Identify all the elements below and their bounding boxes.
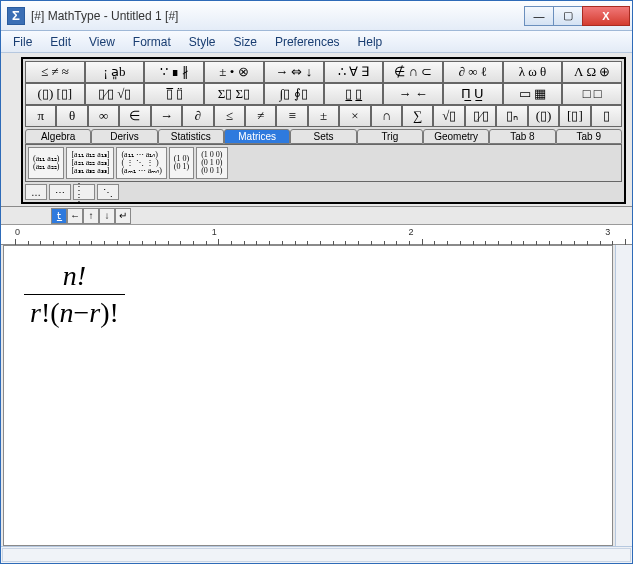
tab-geometry[interactable]: Geometry	[423, 129, 489, 144]
tab-trig[interactable]: Trig	[357, 129, 423, 144]
option-button[interactable]: t̲	[51, 208, 67, 224]
var-n: n!	[63, 260, 86, 291]
scrollbar-vertical[interactable]	[615, 245, 632, 546]
var-r2: r	[89, 297, 100, 328]
menu-size[interactable]: Size	[226, 33, 265, 51]
palette-button[interactable]: Λ Ω ⊕	[562, 61, 622, 83]
tab-statistics[interactable]: Statistics	[158, 129, 224, 144]
tab-sets[interactable]: Sets	[290, 129, 356, 144]
dots-button[interactable]: …	[25, 184, 47, 200]
palette-button[interactable]: ∉ ∩ ⊂	[383, 61, 443, 83]
palette-button[interactable]: ▭ ▦	[503, 83, 563, 105]
menu-style[interactable]: Style	[181, 33, 224, 51]
palette-button[interactable]: ∫▯ ∮▯	[264, 83, 324, 105]
palette-button[interactable]: ▯̅ ▯̈	[144, 83, 204, 105]
numerator: n!	[57, 260, 92, 294]
menu-help[interactable]: Help	[350, 33, 391, 51]
palette-button[interactable]: Π̲ U̲	[443, 83, 503, 105]
palette-row-3: πθ∞∈→∂≤≠≡±×∩∑√▯▯⁄▯▯ₙ(▯)[▯]▯	[25, 105, 622, 127]
close-button[interactable]: X	[582, 6, 630, 26]
palette-button[interactable]: (▯) [▯]	[25, 83, 85, 105]
palette-button[interactable]: (▯)	[528, 105, 559, 127]
option-button[interactable]: ↵	[115, 208, 131, 224]
dots-button[interactable]: ⋱	[97, 184, 119, 200]
option-button[interactable]: ↓	[99, 208, 115, 224]
dots-button[interactable]: ⋯	[49, 184, 71, 200]
var-n2: n	[60, 297, 74, 328]
scrollbar-horizontal[interactable]	[1, 546, 632, 563]
option-button[interactable]: ↑	[83, 208, 99, 224]
tab-tab-9[interactable]: Tab 9	[556, 129, 622, 144]
matrix-template-strip: (a₁₁ a₁₂) (a₂₁ a₂₂)[a₁₁ a₁₂ a₁₃] [a₂₁ a₂…	[25, 144, 622, 182]
palette-button[interactable]: ±	[308, 105, 339, 127]
dots-palette-row: …⋯⋮ ⋮⋱	[25, 184, 622, 200]
palette-button[interactable]: ▯⁄▯	[465, 105, 496, 127]
tab-row: AlgebraDerivsStatisticsMatricesSetsTrigG…	[25, 129, 622, 144]
matrix-template-button[interactable]: (a₁₁ ⋯ a₁ₙ) ( ⋮ ⋱ ⋮ ) (aₘ₁ ⋯ aₘₙ)	[116, 147, 166, 179]
ruler-label: 3	[605, 227, 610, 237]
matrix-template-button[interactable]: (a₁₁ a₁₂) (a₂₁ a₂₂)	[28, 147, 64, 179]
minimize-button[interactable]: —	[524, 6, 554, 26]
palette-button[interactable]: ∵ ∎ ∦	[144, 61, 204, 83]
palette-button[interactable]: ▯	[591, 105, 622, 127]
window-buttons: — ▢ X	[525, 6, 630, 26]
app-window: Σ [#] MathType - Untitled 1 [#] — ▢ X Fi…	[0, 0, 633, 564]
matrix-template-button[interactable]: [a₁₁ a₁₂ a₁₃] [a₂₁ a₂₂ a₂₃] [a₃₁ a₃₂ a₃₃…	[66, 147, 114, 179]
ruler-label: 1	[212, 227, 217, 237]
matrix-template-button[interactable]: (1 0 0) (0 1 0) (0 0 1)	[196, 147, 227, 179]
palette-row-1: ≤ ≠ ≈¡ a͈b∵ ∎ ∦± • ⊗→ ⇔ ↓∴ ∀ ∃∉ ∩ ⊂∂ ∞ ℓ…	[25, 61, 622, 83]
palette-button[interactable]: π	[25, 105, 56, 127]
menu-edit[interactable]: Edit	[42, 33, 79, 51]
menu-view[interactable]: View	[81, 33, 123, 51]
palette-button[interactable]: → ⇔ ↓	[264, 61, 324, 83]
tab-tab-8[interactable]: Tab 8	[489, 129, 555, 144]
equation-editor[interactable]: n! r!(n−r)!	[3, 245, 613, 546]
dots-button[interactable]: ⋮ ⋮	[73, 184, 95, 200]
palette-button[interactable]: ▯̲ ▯̲	[324, 83, 384, 105]
palette-button[interactable]: √▯	[433, 105, 464, 127]
palette-button[interactable]: ∑	[402, 105, 433, 127]
palette-button[interactable]: ± • ⊗	[204, 61, 264, 83]
palette-button[interactable]: ¡ a͈b	[85, 61, 145, 83]
palette-button[interactable]: ≤	[214, 105, 245, 127]
ruler[interactable]: 0123	[1, 225, 632, 245]
palette-button[interactable]: ▯ₙ	[496, 105, 527, 127]
tab-algebra[interactable]: Algebra	[25, 129, 91, 144]
palette-button[interactable]: λ ω θ	[503, 61, 563, 83]
option-button[interactable]: ←	[67, 208, 83, 224]
titlebar[interactable]: Σ [#] MathType - Untitled 1 [#] — ▢ X	[1, 1, 632, 31]
palette-button[interactable]: ≡	[276, 105, 307, 127]
palette-button[interactable]: ∞	[88, 105, 119, 127]
formula[interactable]: n! r!(n−r)!	[24, 260, 125, 329]
palette-button[interactable]: ▯⁄▯ √▯	[85, 83, 145, 105]
palette-button[interactable]: Σ▯ Σ▯	[204, 83, 264, 105]
ruler-label: 2	[409, 227, 414, 237]
palette-button[interactable]: → ←	[383, 83, 443, 105]
var-r: r	[30, 297, 41, 328]
paren-close: )	[100, 297, 109, 328]
palette-button[interactable]: ≠	[245, 105, 276, 127]
palette-button[interactable]: ∂ ∞ ℓ	[443, 61, 503, 83]
palette-button[interactable]: □ □	[562, 83, 622, 105]
denominator: r!(n−r)!	[24, 295, 125, 329]
palette-button[interactable]: ∴ ∀ ∃	[324, 61, 384, 83]
palette-button[interactable]: ×	[339, 105, 370, 127]
tab-matrices[interactable]: Matrices	[224, 129, 290, 144]
menu-format[interactable]: Format	[125, 33, 179, 51]
factorial-1: !	[41, 297, 50, 328]
palette-button[interactable]: θ	[56, 105, 87, 127]
editor-wrap: n! r!(n−r)!	[1, 245, 632, 563]
maximize-button[interactable]: ▢	[553, 6, 583, 26]
palette-button[interactable]: →	[151, 105, 182, 127]
factorial-2: !	[110, 297, 119, 328]
palette-button[interactable]: ∂	[182, 105, 213, 127]
menu-file[interactable]: File	[5, 33, 40, 51]
tab-derivs[interactable]: Derivs	[91, 129, 157, 144]
palette-button[interactable]: ≤ ≠ ≈	[25, 61, 85, 83]
palette-button[interactable]: [▯]	[559, 105, 590, 127]
matrix-template-button[interactable]: (1 0) (0 1)	[169, 147, 194, 179]
palette-button[interactable]: ∈	[119, 105, 150, 127]
option-bar: t̲←↑↓↵	[1, 207, 632, 225]
menu-preferences[interactable]: Preferences	[267, 33, 348, 51]
palette-button[interactable]: ∩	[371, 105, 402, 127]
